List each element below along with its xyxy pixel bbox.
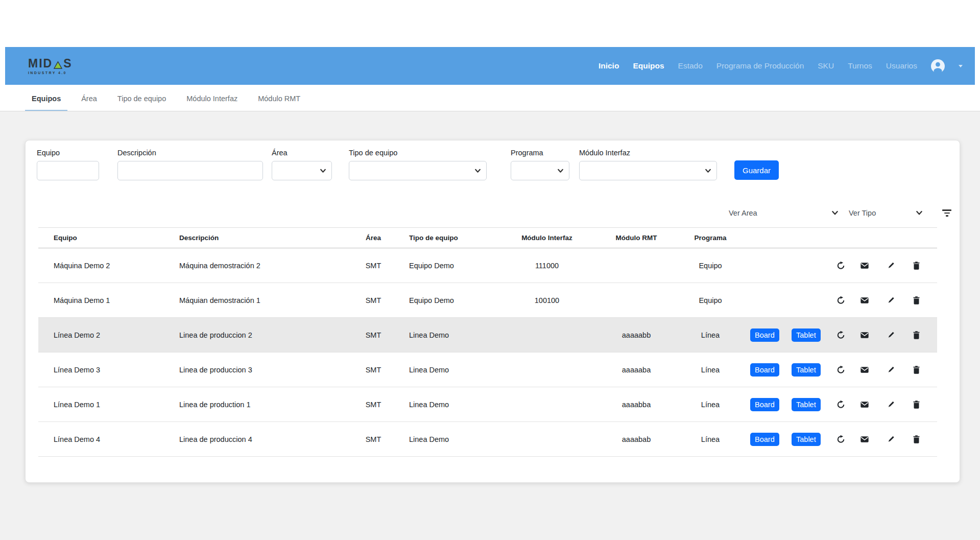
refresh-icon[interactable] — [835, 365, 846, 374]
edit-pencil-icon[interactable] — [885, 331, 896, 339]
delete-trash-icon[interactable] — [911, 261, 922, 270]
refresh-icon[interactable] — [835, 296, 846, 304]
table-row[interactable]: Máquina Demo 1 Máquian demostración 1 SM… — [38, 283, 937, 318]
cell-programa: Línea — [680, 387, 741, 422]
tablet-button[interactable]: Tablet — [792, 363, 821, 377]
nav-item-sku[interactable]: SKU — [818, 61, 834, 71]
guardar-button[interactable]: Guardar — [734, 160, 779, 180]
cell-equipo: Línea Demo 2 — [38, 318, 169, 353]
modulo-interfaz-field: Módulo Interfaz — [579, 149, 717, 180]
cell-equipo: Máquina Demo 2 — [38, 248, 169, 283]
ver-tipo-label: Ver Tipo — [849, 209, 876, 217]
descripcion-label: Descripción — [117, 149, 263, 157]
nav-item-usuarios[interactable]: Usuarios — [886, 61, 917, 71]
table-row[interactable]: Línea Demo 3 Linea de produccion 3 SMT L… — [38, 353, 937, 387]
nav-menu: Inicio Equipos Estado Programa de Produc… — [599, 59, 963, 73]
mail-icon[interactable] — [859, 296, 870, 304]
ver-area-select[interactable]: Ver Area — [729, 209, 839, 217]
delete-trash-icon[interactable] — [911, 365, 922, 374]
descripcion-input[interactable] — [117, 161, 263, 180]
refresh-icon[interactable] — [835, 400, 846, 409]
refresh-icon[interactable] — [835, 261, 846, 270]
cell-tipo: Linea Demo — [399, 387, 501, 422]
tipo-de-equipo-label: Tipo de equipo — [349, 149, 487, 157]
brand-triangle-icon — [54, 61, 62, 69]
board-button[interactable]: Board — [750, 433, 779, 446]
edit-pencil-icon[interactable] — [885, 400, 896, 409]
programa-label: Programa — [511, 149, 569, 157]
cell-equipo: Máquina Demo 1 — [38, 283, 169, 318]
tablet-button[interactable]: Tablet — [792, 398, 821, 411]
equipos-table: Equipo Descripción Área Tipo de equipo M… — [38, 227, 937, 457]
cell-modulo-rmt — [593, 283, 680, 318]
edit-pencil-icon[interactable] — [885, 261, 896, 270]
cell-modulo-interfaz: 100100 — [501, 283, 593, 318]
nav-item-programa-de-produccion[interactable]: Programa de Producción — [716, 61, 804, 71]
tab-equipos[interactable]: Equipos — [25, 95, 67, 111]
table-row[interactable]: Máquina Demo 2 Máquina demostración 2 SM… — [38, 248, 937, 283]
tipo-de-equipo-field: Tipo de equipo — [349, 149, 487, 180]
cell-descripcion: Linea de produccion 4 — [169, 422, 348, 457]
equipo-input[interactable] — [37, 161, 99, 180]
filter-icon[interactable] — [942, 209, 951, 217]
cell-tipo: Equipo Demo — [399, 248, 501, 283]
col-programa: Programa — [680, 228, 741, 248]
modulo-interfaz-select[interactable] — [579, 161, 717, 180]
edit-pencil-icon[interactable] — [885, 365, 896, 374]
nav-item-equipos[interactable]: Equipos — [633, 61, 664, 71]
mail-icon[interactable] — [859, 331, 870, 339]
tablet-button[interactable]: Tablet — [792, 433, 821, 446]
ver-tipo-select[interactable]: Ver Tipo — [849, 209, 923, 217]
tab-modulo-interfaz[interactable]: Módulo Interfaz — [180, 95, 244, 111]
cell-actions: Board Tablet — [741, 353, 937, 387]
refresh-icon[interactable] — [835, 331, 846, 339]
tab-area[interactable]: Área — [75, 95, 104, 111]
user-avatar-icon[interactable] — [931, 59, 945, 73]
mail-icon[interactable] — [859, 400, 870, 409]
delete-trash-icon[interactable] — [911, 331, 922, 339]
tipo-de-equipo-select[interactable] — [349, 161, 487, 180]
brand-logo[interactable]: MID S INDUSTRY 4.0 — [28, 58, 73, 75]
table-row[interactable]: Línea Demo 1 Linea de production 1 SMT L… — [38, 387, 937, 422]
table-header-row: Equipo Descripción Área Tipo de equipo M… — [38, 228, 937, 248]
nav-item-inicio[interactable]: Inicio — [599, 61, 619, 71]
nav-item-turnos[interactable]: Turnos — [848, 61, 872, 71]
mail-icon[interactable] — [859, 365, 870, 374]
cell-descripcion: Linea de produccion 3 — [169, 353, 348, 387]
brand-text-pre: MID — [28, 58, 53, 69]
nav-item-estado[interactable]: Estado — [678, 61, 703, 71]
delete-trash-icon[interactable] — [911, 296, 922, 304]
cell-area: SMT — [348, 422, 399, 457]
delete-trash-icon[interactable] — [911, 400, 922, 409]
tab-modulo-rmt[interactable]: Módulo RMT — [251, 95, 307, 111]
cell-actions: Board Tablet — [741, 387, 937, 422]
col-actions — [741, 228, 937, 248]
table-row[interactable]: Línea Demo 4 Linea de produccion 4 SMT L… — [38, 422, 937, 457]
tab-bar: Equipos Área Tipo de equipo Módulo Inter… — [0, 85, 980, 111]
user-menu-caret-icon[interactable] — [959, 65, 963, 67]
programa-select[interactable] — [511, 161, 569, 180]
tab-tipo-de-equipo[interactable]: Tipo de equipo — [111, 95, 173, 111]
cell-area: SMT — [348, 318, 399, 353]
col-modulo-rmt: Módulo RMT — [593, 228, 680, 248]
ver-area-label: Ver Area — [729, 209, 757, 217]
delete-trash-icon[interactable] — [911, 435, 922, 443]
edit-pencil-icon[interactable] — [885, 435, 896, 443]
board-button[interactable]: Board — [750, 328, 779, 342]
mail-icon[interactable] — [859, 261, 870, 270]
refresh-icon[interactable] — [835, 435, 846, 443]
edit-pencil-icon[interactable] — [885, 296, 896, 304]
tablet-button[interactable]: Tablet — [792, 328, 821, 342]
brand-text-post: S — [63, 58, 72, 69]
table-row[interactable]: Línea Demo 2 Linea de produccion 2 SMT L… — [38, 318, 937, 353]
board-button[interactable]: Board — [750, 398, 779, 411]
top-navbar: MID S INDUSTRY 4.0 Inicio Equipos Estado… — [5, 47, 975, 85]
list-controls: Ver Area Ver Tipo — [729, 206, 951, 220]
board-button[interactable]: Board — [750, 363, 779, 377]
chevron-down-icon — [916, 209, 923, 217]
area-field: Área — [272, 149, 332, 180]
modulo-interfaz-label: Módulo Interfaz — [579, 149, 717, 157]
area-select[interactable] — [272, 161, 332, 180]
mail-icon[interactable] — [859, 435, 870, 443]
cell-area: SMT — [348, 248, 399, 283]
